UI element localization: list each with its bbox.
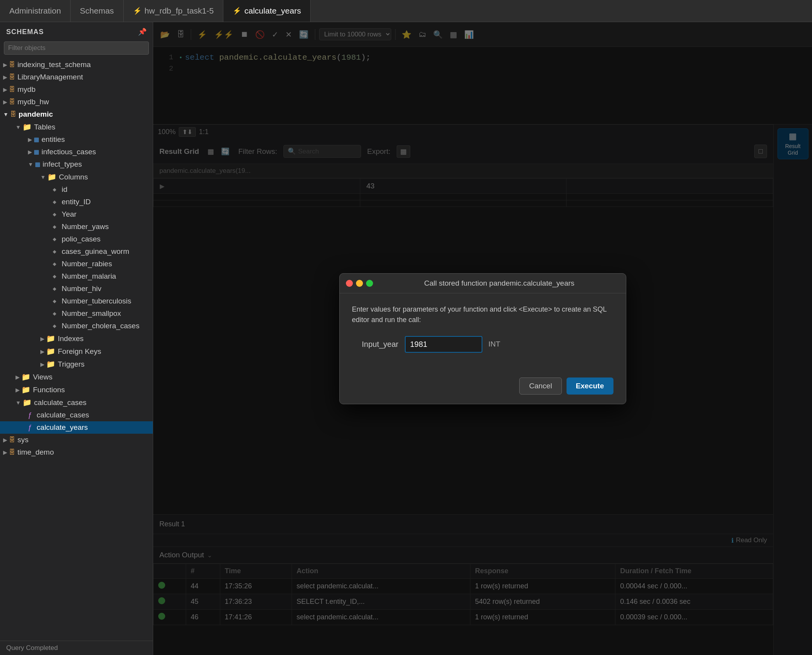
arrow-right-icon: ▶ (3, 86, 7, 93)
arrow-right-icon: ▶ (28, 149, 32, 155)
sidebar-item-col-number-yaws[interactable]: ◆ Number_yaws (0, 221, 153, 233)
close-window-button[interactable] (346, 280, 353, 287)
table-icon: ▦ (34, 136, 39, 143)
column-icon: ◆ (53, 187, 56, 192)
sidebar-item-col-polio[interactable]: ◆ polio_cases (0, 233, 153, 245)
function-label: calculate_cases (37, 411, 89, 419)
folder-label: calculate_cases (34, 398, 86, 407)
arrow-right-icon: ▶ (40, 348, 45, 355)
function-icon: ƒ (28, 411, 32, 419)
sidebar-item-triggers[interactable]: ▶ 📁 Triggers (0, 358, 153, 371)
arrow-down-icon: ▼ (40, 174, 46, 180)
sidebar-item-entities[interactable]: ▶ ▦ entities (0, 133, 153, 146)
sidebar-item-columns[interactable]: ▼ 📁 Columns (0, 171, 153, 183)
sidebar-item-library-management[interactable]: ▶ 🗄 LibraryManagement (0, 71, 153, 83)
folder-icon: 📁 (22, 122, 32, 131)
arrow-right-icon: ▶ (40, 336, 45, 342)
column-label: entity_ID (62, 198, 91, 206)
folder-label: Foreign Keys (58, 347, 101, 356)
column-icon: ◆ (53, 311, 56, 316)
sidebar-item-sys[interactable]: ▶ 🗄 sys (0, 434, 153, 446)
column-label: Number_malaria (62, 272, 116, 281)
param-input[interactable] (405, 336, 482, 353)
column-icon: ◆ (53, 298, 56, 304)
sidebar-item-foreign-keys[interactable]: ▶ 📁 Foreign Keys (0, 345, 153, 358)
column-icon: ◆ (53, 199, 56, 205)
column-icon: ◆ (53, 224, 56, 229)
column-icon: ◆ (53, 249, 56, 254)
content-area: 📂 🗄 ⚡ ⚡⚡ ⏹ 🚫 ✓ ✕ 🔄 Limit to 10000 rows ⭐… (153, 22, 812, 655)
tab-hw[interactable]: ⚡ hw_rdb_fp_task1-5 (124, 0, 224, 22)
sidebar-item-col-year[interactable]: ◆ Year (0, 208, 153, 221)
arrow-right-icon: ▶ (3, 62, 7, 68)
column-label: Year (62, 210, 76, 219)
function-icon: ƒ (28, 423, 32, 432)
tab-schemas[interactable]: Schemas (71, 0, 124, 22)
column-label: cases_guinea_worm (62, 247, 129, 256)
sidebar-pin-icon[interactable]: 📌 (138, 28, 147, 36)
sidebar-item-indexing-test-schema[interactable]: ▶ 🗄 indexing_test_schema (0, 59, 153, 71)
sidebar-item-calculate-cases[interactable]: ƒ calculate_cases (0, 409, 153, 421)
query-status-text: Query Completed (6, 644, 58, 652)
arrow-down-icon: ▼ (28, 161, 33, 167)
sidebar-item-functions[interactable]: ▼ 📁 calculate_cases (0, 396, 153, 409)
sidebar-item-col-malaria[interactable]: ◆ Number_malaria (0, 270, 153, 283)
folder-label: Triggers (58, 360, 85, 369)
minimize-window-button[interactable] (356, 280, 363, 287)
table-label: infect_types (43, 160, 82, 169)
sidebar-item-col-rabies[interactable]: ◆ Number_rabies (0, 258, 153, 270)
arrow-right-icon: ▶ (28, 136, 32, 143)
sidebar-item-calculate-years[interactable]: ƒ calculate_years (0, 421, 153, 434)
schema-label: pandemic (19, 110, 53, 119)
arrow-down-icon: ▼ (3, 111, 9, 117)
column-label: Number_yaws (62, 222, 109, 231)
query-status: Query Completed (0, 641, 153, 655)
folder-label: Views (33, 373, 52, 381)
column-label: id (62, 185, 67, 194)
database-icon: 🗄 (9, 61, 15, 68)
sidebar-item-tables[interactable]: ▼ 📁 Tables (0, 121, 153, 133)
filter-input[interactable] (4, 41, 149, 55)
modal-description: Enter values for parameters of your func… (352, 304, 613, 325)
param-type: INT (489, 340, 501, 348)
column-icon: ◆ (53, 261, 56, 267)
tab-hw-label: hw_rdb_fp_task1-5 (145, 6, 214, 16)
sidebar-item-stored-procedures[interactable]: ▶ 📁 Functions (0, 383, 153, 396)
sidebar-header: SCHEMAS 📌 (0, 22, 153, 41)
database-icon: 🗄 (9, 436, 15, 443)
sidebar-item-col-smallpox[interactable]: ◆ Number_smallpox (0, 307, 153, 320)
database-icon: 🗄 (9, 74, 15, 81)
cancel-button[interactable]: Cancel (519, 377, 561, 395)
sidebar-item-mydb[interactable]: ▶ 🗄 mydb (0, 83, 153, 96)
sidebar-item-col-cholera[interactable]: ◆ Number_cholera_cases (0, 320, 153, 332)
sidebar-item-views[interactable]: ▶ 📁 Views (0, 371, 153, 383)
sidebar-item-col-tuberculosis[interactable]: ◆ Number_tuberculosis (0, 295, 153, 307)
sidebar-item-col-guinea-worm[interactable]: ◆ cases_guinea_worm (0, 245, 153, 258)
sidebar-item-indexes[interactable]: ▶ 📁 Indexes (0, 332, 153, 345)
schema-label: time_demo (17, 448, 54, 457)
schema-label: sys (17, 436, 29, 444)
tab-administration[interactable]: Administration (0, 0, 71, 22)
column-icon: ◆ (53, 274, 56, 279)
sidebar-item-mydb-hw[interactable]: ▶ 🗄 mydb_hw (0, 96, 153, 108)
sidebar-item-pandemic[interactable]: ▼ 🗄 pandemic (0, 108, 153, 121)
tab-schemas-label: Schemas (80, 6, 114, 16)
maximize-window-button[interactable] (366, 280, 373, 287)
sidebar-item-time-demo[interactable]: ▶ 🗄 time_demo (0, 446, 153, 458)
arrow-right-icon: ▶ (3, 99, 7, 105)
sidebar-item-infect-types[interactable]: ▼ ▦ infect_types (0, 158, 153, 171)
tab-calculate-years[interactable]: ⚡ calculate_years (223, 0, 311, 22)
sidebar-item-col-id[interactable]: ◆ id (0, 183, 153, 196)
arrow-right-icon: ▶ (3, 449, 7, 455)
sidebar-item-col-entity-id[interactable]: ◆ entity_ID (0, 196, 153, 208)
column-label: Number_cholera_cases (62, 322, 140, 330)
execute-button[interactable]: Execute (567, 377, 613, 395)
arrow-right-icon: ▶ (16, 374, 20, 380)
sidebar: SCHEMAS 📌 ▶ 🗄 indexing_test_schema ▶ 🗄 L… (0, 22, 153, 655)
sidebar-item-infectious-cases[interactable]: ▶ ▦ infectious_cases (0, 146, 153, 158)
modal-footer: Cancel Execute (340, 371, 626, 404)
tab-administration-label: Administration (9, 6, 61, 16)
table-icon: ▦ (35, 161, 40, 168)
sidebar-item-col-hiv[interactable]: ◆ Number_hiv (0, 283, 153, 295)
arrow-down-icon: ▼ (16, 124, 21, 130)
